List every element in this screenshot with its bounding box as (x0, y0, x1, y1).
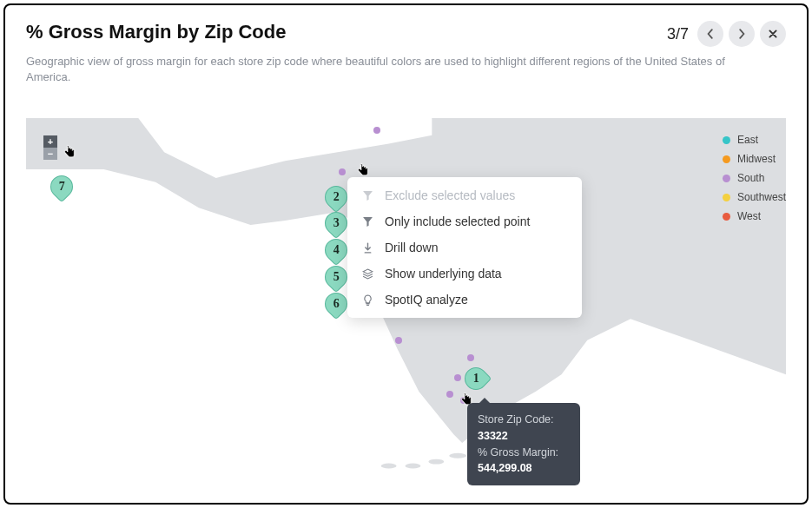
legend-label: West (737, 210, 761, 222)
data-point[interactable] (467, 354, 474, 361)
menu-item-underlying-data[interactable]: Show underlying data (347, 261, 582, 287)
pin-number: 6 (333, 297, 340, 311)
svg-point-1 (428, 459, 444, 465)
map-area: + − East Midwest So (26, 118, 786, 494)
data-point[interactable] (395, 337, 402, 344)
lightbulb-icon (361, 294, 374, 306)
pin-number: 2 (333, 190, 340, 204)
pin-number: 7 (59, 180, 65, 194)
filter-icon (361, 190, 374, 201)
legend-color-icon (723, 194, 730, 201)
filter-icon (361, 216, 374, 228)
legend-item[interactable]: Midwest (723, 153, 786, 165)
legend-color-icon (723, 213, 730, 221)
data-point[interactable] (373, 127, 380, 134)
close-icon (768, 29, 778, 39)
data-point[interactable] (446, 391, 453, 398)
menu-item-exclude: Exclude selected values (347, 182, 582, 208)
legend-color-icon (723, 136, 730, 144)
legend-color-icon (723, 175, 730, 182)
step-indicator: 3/7 (667, 25, 689, 43)
data-point[interactable] (339, 168, 346, 175)
legend-item[interactable]: Southwest (723, 191, 786, 203)
menu-item-spotiq[interactable]: SpotIQ analyze (347, 287, 582, 313)
menu-item-include[interactable]: Only include selected point (347, 208, 582, 234)
legend-label: South (737, 172, 764, 184)
menu-label: Only include selected point (385, 214, 530, 228)
chevron-left-icon (705, 29, 716, 39)
menu-label: SpotIQ analyze (385, 293, 468, 307)
svg-point-2 (406, 464, 421, 469)
data-point[interactable] (454, 374, 461, 381)
header-controls: 3/7 (667, 21, 786, 47)
page-subtitle: Geographic view of gross margin for each… (5, 47, 787, 85)
layers-icon (361, 268, 374, 280)
legend-item[interactable]: South (723, 172, 786, 184)
tooltip-margin-value: 544,299.08 (478, 460, 570, 477)
legend-color-icon (723, 155, 730, 163)
page-title: % Gross Margin by Zip Code (26, 21, 286, 43)
legend-label: Southwest (737, 191, 786, 203)
pin-number: 4 (333, 243, 340, 257)
menu-label: Exclude selected values (385, 188, 515, 202)
legend-label: Midwest (737, 153, 776, 165)
menu-label: Show underlying data (385, 267, 502, 280)
drill-down-icon (361, 242, 374, 254)
pin-number: 3 (333, 216, 340, 230)
pin-number: 1 (473, 372, 479, 386)
legend-item[interactable]: West (723, 210, 786, 222)
tooltip-zip-value: 33322 (478, 428, 570, 445)
context-menu: Exclude selected values Only include sel… (347, 177, 582, 318)
legend-label: East (737, 134, 758, 146)
data-point[interactable] (460, 397, 467, 404)
data-tooltip: Store Zip Code: 33322 % Gross Margin: 54… (467, 403, 580, 485)
menu-label: Drill down (385, 241, 438, 254)
zoom-control: + − (43, 135, 57, 160)
svg-point-0 (449, 453, 466, 459)
chevron-right-icon (736, 29, 747, 39)
legend-item[interactable]: East (723, 134, 786, 146)
zoom-out-button[interactable]: − (43, 148, 57, 160)
tooltip-margin-label: % Gross Margin: (478, 445, 570, 461)
next-button[interactable] (729, 21, 755, 47)
pin-number: 5 (333, 270, 340, 284)
close-button[interactable] (760, 21, 786, 47)
zoom-in-button[interactable]: + (43, 135, 57, 148)
prev-button[interactable] (697, 21, 723, 47)
legend: East Midwest South Southwest West (723, 134, 786, 229)
tooltip-zip-label: Store Zip Code: (478, 412, 570, 428)
svg-point-3 (381, 464, 397, 469)
menu-item-drill-down[interactable]: Drill down (347, 234, 582, 261)
